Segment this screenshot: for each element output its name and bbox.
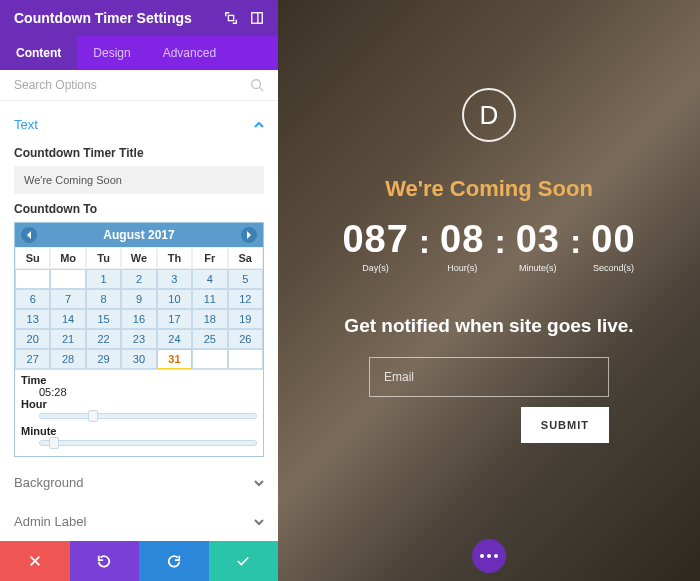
notify-text: Get notified when site goes live.	[344, 315, 633, 337]
timer-title-label: Countdown Timer Title	[14, 146, 264, 160]
expand-icon[interactable]	[224, 11, 238, 25]
svg-line-4	[260, 88, 264, 92]
countdown-hours: 08Hour(s)	[440, 218, 484, 273]
calendar-day[interactable]: 12	[228, 289, 263, 309]
calendar-day[interactable]: 7	[50, 289, 85, 309]
calendar-grid: SuMoTuWeThFrSa12345678910111213141516171…	[15, 247, 263, 369]
calendar-day[interactable]: 28	[50, 349, 85, 369]
tab-content[interactable]: Content	[0, 36, 77, 70]
section-background-header[interactable]: Background	[14, 469, 264, 496]
calendar-day[interactable]: 3	[157, 269, 192, 289]
tab-design[interactable]: Design	[77, 36, 146, 70]
calendar-day[interactable]: 31	[157, 349, 192, 369]
svg-rect-0	[228, 15, 233, 20]
countdown-seconds: 00Second(s)	[591, 218, 635, 273]
calendar-day[interactable]: 22	[86, 329, 121, 349]
calendar-day[interactable]: 19	[228, 309, 263, 329]
time-label: Time	[21, 374, 257, 386]
calendar-day[interactable]: 17	[157, 309, 192, 329]
search-icon[interactable]	[250, 78, 264, 92]
countdown-sep: :	[419, 218, 430, 261]
countdown-sep: :	[494, 218, 505, 261]
tab-advanced[interactable]: Advanced	[147, 36, 232, 70]
calendar-day[interactable]: 4	[192, 269, 227, 289]
time-value: 05:28	[21, 386, 257, 398]
panel-header: Countdown Timer Settings	[0, 0, 278, 36]
countdown-minutes: 03Minute(s)	[516, 218, 560, 273]
tabs: Content Design Advanced	[0, 36, 278, 70]
section-background-label: Background	[14, 475, 83, 490]
calendar-day-header: Su	[15, 247, 50, 269]
calendar-day-header: Tu	[86, 247, 121, 269]
calendar-day-header: Mo	[50, 247, 85, 269]
calendar: August 2017 SuMoTuWeThFrSa12345678910111…	[14, 222, 264, 457]
minute-slider[interactable]	[39, 440, 257, 446]
calendar-prev-button[interactable]	[21, 227, 37, 243]
svg-point-3	[252, 80, 261, 89]
submit-button[interactable]: SUBMIT	[521, 407, 609, 443]
hour-label: Hour	[21, 398, 257, 410]
email-field[interactable]	[369, 357, 609, 397]
svg-rect-1	[252, 13, 263, 24]
panel-title: Countdown Timer Settings	[14, 10, 192, 26]
calendar-day-header: Fr	[192, 247, 227, 269]
dock-icon[interactable]	[250, 11, 264, 25]
time-block: Time 05:28 Hour Minute	[15, 369, 263, 456]
countdown-sep: :	[570, 218, 581, 261]
settings-panel: Countdown Timer Settings Content Design …	[0, 0, 278, 581]
fab-menu[interactable]	[472, 539, 506, 573]
calendar-day-header: Th	[157, 247, 192, 269]
section-text-label: Text	[14, 117, 38, 132]
countdown-days: 087Day(s)	[342, 218, 408, 273]
calendar-day[interactable]: 27	[15, 349, 50, 369]
calendar-day[interactable]: 2	[121, 269, 156, 289]
countdown: 087Day(s) : 08Hour(s) : 03Minute(s) : 00…	[342, 218, 635, 273]
calendar-day[interactable]: 5	[228, 269, 263, 289]
logo: D	[462, 88, 516, 142]
calendar-day[interactable]: 20	[15, 329, 50, 349]
calendar-day-prev	[15, 269, 50, 289]
calendar-day[interactable]: 24	[157, 329, 192, 349]
calendar-day[interactable]: 9	[121, 289, 156, 309]
save-button[interactable]	[209, 541, 279, 581]
calendar-day-next	[192, 349, 227, 369]
minute-label: Minute	[21, 425, 257, 437]
calendar-day-prev	[50, 269, 85, 289]
panel-content: Text Countdown Timer Title Countdown To …	[0, 101, 278, 541]
calendar-day[interactable]: 18	[192, 309, 227, 329]
calendar-day-next	[228, 349, 263, 369]
chevron-up-icon	[254, 120, 264, 130]
calendar-day-header: We	[121, 247, 156, 269]
section-text-header[interactable]: Text	[14, 111, 264, 138]
footer-actions	[0, 541, 278, 581]
calendar-day[interactable]: 21	[50, 329, 85, 349]
calendar-day[interactable]: 29	[86, 349, 121, 369]
search-row	[0, 70, 278, 101]
calendar-day[interactable]: 8	[86, 289, 121, 309]
countdown-to-label: Countdown To	[14, 202, 264, 216]
calendar-next-button[interactable]	[241, 227, 257, 243]
chevron-down-icon	[254, 478, 264, 488]
hour-slider[interactable]	[39, 413, 257, 419]
calendar-day[interactable]: 6	[15, 289, 50, 309]
undo-button[interactable]	[70, 541, 140, 581]
search-input[interactable]	[14, 78, 250, 92]
preview-pane: D We're Coming Soon 087Day(s) : 08Hour(s…	[278, 0, 700, 581]
calendar-day[interactable]: 25	[192, 329, 227, 349]
section-admin-header[interactable]: Admin Label	[14, 508, 264, 535]
calendar-day[interactable]: 26	[228, 329, 263, 349]
redo-button[interactable]	[139, 541, 209, 581]
calendar-day[interactable]: 15	[86, 309, 121, 329]
calendar-day[interactable]: 16	[121, 309, 156, 329]
calendar-day[interactable]: 10	[157, 289, 192, 309]
preview-title: We're Coming Soon	[385, 176, 593, 202]
calendar-day[interactable]: 1	[86, 269, 121, 289]
calendar-day[interactable]: 23	[121, 329, 156, 349]
timer-title-input[interactable]	[14, 166, 264, 194]
calendar-month: August 2017	[103, 228, 174, 242]
calendar-day[interactable]: 30	[121, 349, 156, 369]
cancel-button[interactable]	[0, 541, 70, 581]
calendar-day[interactable]: 13	[15, 309, 50, 329]
calendar-day[interactable]: 14	[50, 309, 85, 329]
calendar-day[interactable]: 11	[192, 289, 227, 309]
